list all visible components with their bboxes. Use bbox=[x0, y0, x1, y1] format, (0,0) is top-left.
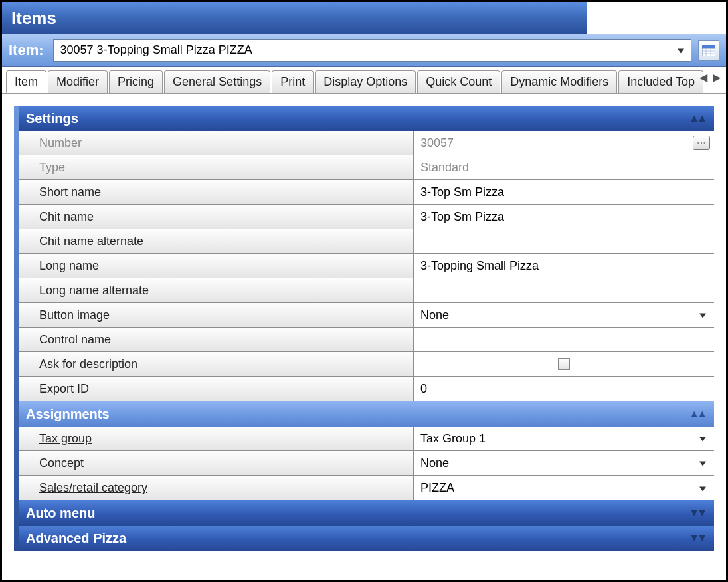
property-label: Button image bbox=[19, 303, 414, 327]
property-value-text: 3-Topping Small Pizza bbox=[420, 259, 539, 273]
dropdown-arrow-icon[interactable] bbox=[698, 432, 707, 446]
section-title: Settings bbox=[26, 111, 78, 126]
window-titlebar: Items bbox=[2, 2, 726, 34]
tab-general-settings[interactable]: General Settings bbox=[164, 70, 270, 93]
section-header-settings[interactable]: Settings ▲▲ bbox=[19, 106, 714, 131]
expand-down-icon: ▼▼ bbox=[689, 532, 705, 544]
svg-rect-2 bbox=[702, 48, 715, 56]
property-label: Export ID bbox=[19, 377, 414, 401]
property-row: Tax groupTax Group 1 bbox=[19, 427, 714, 451]
property-row: Sales/retail categoryPIZZA bbox=[19, 476, 714, 500]
tab-content: Settings ▲▲ Number30057⋯TypeStandardShor… bbox=[2, 94, 726, 551]
tab-print[interactable]: Print bbox=[272, 70, 314, 93]
property-row: Short name3-Top Sm Pizza bbox=[19, 180, 714, 205]
property-value[interactable]: 3-Topping Small Pizza bbox=[414, 254, 714, 278]
property-value[interactable] bbox=[414, 229, 714, 253]
property-label: Chit name bbox=[19, 205, 414, 229]
item-selector-combo[interactable]: 30057 3-Topping Small Pizza PIZZA bbox=[53, 39, 691, 62]
property-label: Concept bbox=[19, 451, 414, 475]
dropdown-arrow-icon[interactable] bbox=[698, 308, 707, 322]
property-value[interactable]: Tax Group 1 bbox=[414, 427, 714, 450]
property-value-text: 3-Top Sm Pizza bbox=[420, 210, 504, 224]
property-row: Chit name3-Top Sm Pizza bbox=[19, 205, 714, 229]
grid-view-button[interactable] bbox=[698, 40, 719, 61]
property-label: Sales/retail category bbox=[19, 476, 414, 500]
property-value[interactable]: 0 bbox=[414, 377, 714, 401]
property-label: Long name bbox=[19, 254, 414, 278]
property-row: ConceptNone bbox=[19, 451, 714, 476]
property-value-text: None bbox=[420, 308, 449, 322]
property-value[interactable]: None bbox=[414, 451, 714, 475]
tab-display-options[interactable]: Display Options bbox=[315, 70, 416, 93]
tab-included-top[interactable]: Included Top bbox=[618, 70, 703, 93]
property-value-text: Tax Group 1 bbox=[420, 432, 486, 446]
svg-marker-0 bbox=[678, 48, 684, 53]
item-selector-value: 30057 3-Topping Small Pizza PIZZA bbox=[60, 43, 252, 57]
svg-marker-10 bbox=[699, 486, 706, 491]
tab-scroll-controls: ◀ ▶ bbox=[699, 71, 721, 84]
tab-quick-count[interactable]: Quick Count bbox=[417, 70, 500, 93]
items-window: Items Item: 30057 3-Topping Small Pizza … bbox=[0, 0, 728, 582]
property-value[interactable] bbox=[414, 278, 714, 302]
svg-marker-9 bbox=[699, 462, 706, 466]
checkbox[interactable] bbox=[558, 358, 570, 370]
tab-item[interactable]: Item bbox=[6, 70, 46, 93]
property-row: Long name3-Topping Small Pizza bbox=[19, 254, 714, 278]
window-title: Items bbox=[11, 8, 56, 29]
property-value: Standard bbox=[414, 155, 714, 179]
property-row: Control name bbox=[19, 328, 714, 352]
property-label: Short name bbox=[19, 180, 414, 204]
property-row: Number30057⋯ bbox=[19, 131, 714, 155]
expand-down-icon: ▼▼ bbox=[689, 507, 705, 519]
property-value[interactable] bbox=[414, 352, 714, 376]
property-row: TypeStandard bbox=[19, 155, 714, 180]
property-label: Tax group bbox=[19, 427, 414, 450]
grid-icon bbox=[702, 45, 715, 56]
property-value-text: 0 bbox=[420, 382, 427, 396]
tab-scroll-left-icon[interactable]: ◀ bbox=[699, 71, 707, 84]
property-row: Long name alternate bbox=[19, 278, 714, 303]
property-value-text: None bbox=[420, 456, 449, 470]
section-header-advanced[interactable]: Advanced Pizza ▼▼ bbox=[19, 526, 714, 551]
collapse-up-icon: ▲▲ bbox=[689, 112, 705, 124]
property-label: Ask for description bbox=[19, 352, 414, 376]
settings-grid: Number30057⋯TypeStandardShort name3-Top … bbox=[19, 131, 714, 401]
titlebar-search-box[interactable] bbox=[587, 2, 726, 34]
item-selector-label: Item: bbox=[9, 42, 44, 59]
tab-modifier[interactable]: Modifier bbox=[48, 70, 108, 93]
section-title: Advanced Pizza bbox=[26, 531, 126, 546]
section-title: Assignments bbox=[26, 407, 110, 422]
section-title: Auto menu bbox=[26, 506, 95, 521]
property-row: Export ID0 bbox=[19, 377, 714, 401]
property-value[interactable]: 3-Top Sm Pizza bbox=[414, 205, 714, 229]
property-value[interactable]: 3-Top Sm Pizza bbox=[414, 180, 714, 204]
section-header-automenu[interactable]: Auto menu ▼▼ bbox=[19, 500, 714, 526]
property-label: Number bbox=[19, 131, 414, 155]
tabs-row: ItemModifierPricingGeneral SettingsPrint… bbox=[2, 67, 726, 94]
property-label: Chit name alternate bbox=[19, 229, 414, 253]
ellipsis-button[interactable]: ⋯ bbox=[693, 136, 710, 150]
property-value[interactable]: PIZZA bbox=[414, 476, 714, 500]
property-value[interactable] bbox=[414, 328, 714, 351]
property-row: Button imageNone bbox=[19, 303, 714, 328]
property-row: Chit name alternate bbox=[19, 229, 714, 254]
property-value-text: 30057 bbox=[420, 136, 454, 150]
section-header-assignments[interactable]: Assignments ▲▲ bbox=[19, 401, 714, 427]
svg-marker-8 bbox=[699, 437, 706, 442]
item-selector-row: Item: 30057 3-Topping Small Pizza PIZZA bbox=[2, 34, 726, 67]
property-value-text: PIZZA bbox=[420, 481, 454, 495]
dropdown-arrow-icon bbox=[676, 43, 685, 57]
property-value-text: 3-Top Sm Pizza bbox=[420, 185, 504, 199]
property-value[interactable]: None bbox=[414, 303, 714, 327]
dropdown-arrow-icon[interactable] bbox=[698, 456, 707, 470]
svg-rect-1 bbox=[702, 45, 715, 48]
tab-scroll-right-icon[interactable]: ▶ bbox=[713, 71, 721, 84]
property-label: Control name bbox=[19, 328, 414, 351]
dropdown-arrow-icon[interactable] bbox=[698, 481, 707, 495]
property-label: Long name alternate bbox=[19, 278, 414, 302]
properties-panel: Settings ▲▲ Number30057⋯TypeStandardShor… bbox=[14, 106, 714, 551]
property-label: Type bbox=[19, 155, 414, 179]
property-row: Ask for description bbox=[19, 352, 714, 377]
tab-pricing[interactable]: Pricing bbox=[109, 70, 163, 93]
tab-dynamic-modifiers[interactable]: Dynamic Modifiers bbox=[501, 70, 617, 93]
